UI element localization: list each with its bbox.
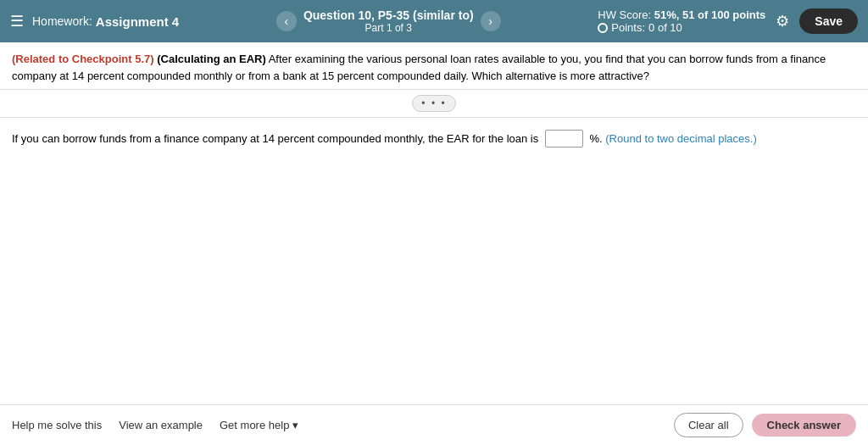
answer-suffix-text: %. <box>589 132 602 145</box>
save-button[interactable]: Save <box>799 8 858 34</box>
footer: Help me solve this View an example Get m… <box>0 404 868 445</box>
points-line: Points: 0 of 10 <box>598 21 765 34</box>
checkpoint-label: (Related to Checkpoint 5.7) <box>12 53 154 65</box>
divider-row: • • • <box>0 90 868 118</box>
view-example-button[interactable]: View an example <box>119 419 203 431</box>
question-info: Question 10, P5-35 (similar to) Part 1 o… <box>303 8 474 34</box>
expand-dots-button[interactable]: • • • <box>412 95 455 112</box>
prev-question-button[interactable]: ‹ <box>276 11 297 31</box>
menu-icon[interactable]: ☰ <box>10 12 24 31</box>
round-note: (Round to two decimal places.) <box>605 132 756 145</box>
calculating-label: (Calculating an EAR) <box>157 53 266 65</box>
header-right: HW Score: 51%, 51 of 100 points Points: … <box>598 8 858 34</box>
points-value: 0 of 10 <box>648 21 682 34</box>
homework-label: Homework: <box>32 14 92 28</box>
hw-score-line: HW Score: 51%, 51 of 100 points <box>598 8 765 21</box>
question-body: (Related to Checkpoint 5.7) (Calculating… <box>0 42 868 90</box>
assignment-title: Assignment 4 <box>96 14 179 29</box>
points-label: Points: <box>611 21 645 34</box>
question-title: Question 10, P5-35 (similar to) <box>303 8 474 22</box>
header: ☰ Homework: Assignment 4 ‹ Question 10, … <box>0 0 868 42</box>
footer-right: Clear all Check answer <box>674 413 856 437</box>
ear-answer-input[interactable] <box>545 130 583 147</box>
clear-all-button[interactable]: Clear all <box>674 413 743 437</box>
hw-score-value: 51%, 51 of 100 points <box>654 8 766 21</box>
footer-left: Help me solve this View an example Get m… <box>12 419 674 431</box>
answer-prefix-text: If you can borrow funds from a finance c… <box>12 132 538 145</box>
answer-area: If you can borrow funds from a finance c… <box>0 118 868 160</box>
points-circle-icon <box>598 23 608 33</box>
question-subtitle: Part 1 of 3 <box>303 22 474 34</box>
hw-score-label: HW Score: <box>598 8 651 21</box>
settings-button[interactable]: ⚙ <box>776 12 789 31</box>
hw-score-block: HW Score: 51%, 51 of 100 points Points: … <box>598 8 765 34</box>
help-me-solve-button[interactable]: Help me solve this <box>12 419 102 431</box>
dropdown-arrow-icon: ▾ <box>292 419 298 431</box>
check-answer-button[interactable]: Check answer <box>752 414 856 437</box>
next-question-button[interactable]: › <box>481 11 501 31</box>
get-more-help-label: Get more help <box>220 419 289 431</box>
get-more-help-button[interactable]: Get more help ▾ <box>220 419 298 431</box>
question-navigation: ‹ Question 10, P5-35 (similar to) Part 1… <box>179 8 598 34</box>
